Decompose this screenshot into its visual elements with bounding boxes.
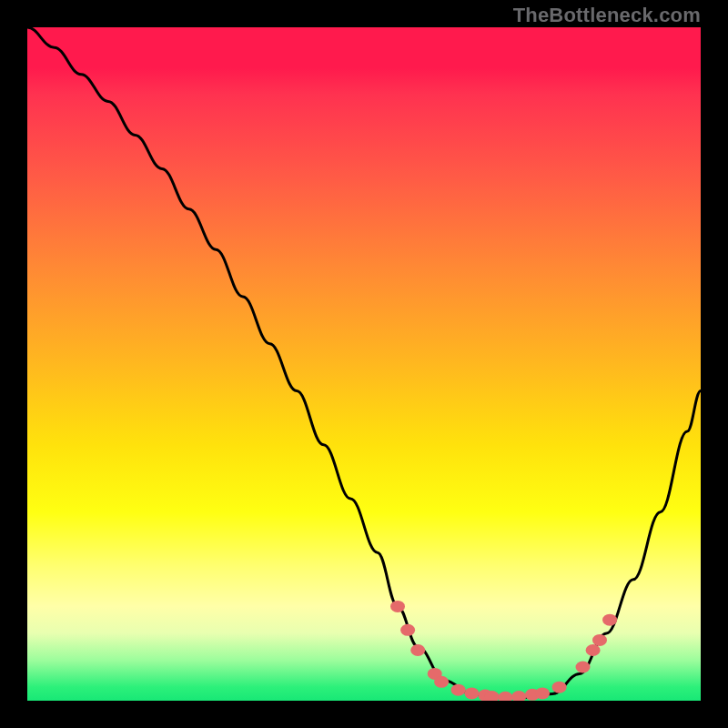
highlight-dot [498,692,512,701]
highlight-dot [410,644,425,656]
highlight-dot [451,684,466,696]
bottleneck-highlight-dots [390,601,617,701]
highlight-dot [592,634,607,646]
highlight-dot [464,687,479,699]
chart-stage: TheBottleneck.com [0,0,728,728]
highlight-dot [511,691,526,701]
highlight-dot [434,676,449,688]
highlight-dot [576,662,591,673]
highlight-dot [535,687,550,699]
highlight-dot [400,624,415,636]
highlight-dot [586,644,601,656]
highlight-dot [552,682,567,693]
highlight-dot [390,601,405,612]
chart-plot-area [27,27,701,701]
chart-svg [27,27,701,701]
highlight-dot [602,614,617,626]
watermark-text: TheBottleneck.com [513,4,701,27]
bottleneck-curve [27,27,701,697]
